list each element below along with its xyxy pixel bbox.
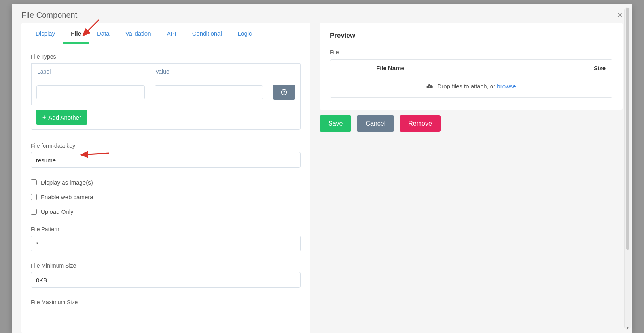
plus-icon: + [42, 114, 46, 121]
modal-scrollbar[interactable]: ▲ ▼ [624, 7, 631, 330]
file-type-help-button[interactable] [273, 85, 295, 100]
settings-panel: Display File Data Validation API Conditi… [21, 23, 310, 333]
tab-validation[interactable]: Validation [117, 23, 159, 44]
display-as-images-checkbox[interactable] [31, 179, 37, 185]
scroll-down-icon[interactable]: ▼ [625, 324, 631, 331]
preview-actions: Save Cancel Remove [320, 115, 623, 132]
preview-card: Preview File File Name Size Drop files t… [320, 23, 623, 110]
cloud-upload-icon [426, 83, 433, 91]
preview-file-label: File [330, 49, 612, 55]
col-header-label: Label [32, 64, 150, 80]
upload-only-label: Upload Only [41, 208, 74, 215]
add-another-label: Add Another [48, 114, 81, 121]
file-min-size-input[interactable] [31, 272, 301, 288]
save-button[interactable]: Save [320, 115, 351, 132]
remove-button[interactable]: Remove [400, 115, 441, 132]
col-header-actions [268, 64, 300, 80]
file-pattern-label: File Pattern [31, 226, 301, 232]
file-drop-header: File Name Size [330, 60, 612, 76]
preview-panel-wrap: Preview File File Name Size Drop files t… [320, 23, 623, 333]
modal-header: File Component × [12, 4, 632, 23]
question-circle-icon [280, 89, 288, 96]
col-file-name: File Name [360, 65, 558, 71]
tab-logic[interactable]: Logic [230, 23, 260, 44]
file-types-table: Label Value [31, 63, 300, 105]
col-size: Size [558, 65, 606, 71]
settings-tabs: Display File Data Validation API Conditi… [21, 23, 310, 44]
file-types-table-wrap: Label Value [31, 63, 301, 130]
tab-file-content: File Types Label Value [21, 44, 310, 333]
add-another-button[interactable]: + Add Another [36, 110, 87, 125]
modal-body: Display File Data Validation API Conditi… [12, 23, 632, 333]
file-pattern-input[interactable] [31, 236, 301, 251]
dropzone[interactable]: Drop files to attach, or browse [330, 76, 612, 98]
enable-web-camera-label: Enable web camera [41, 194, 93, 200]
tab-data[interactable]: Data [89, 23, 117, 44]
svg-point-1 [284, 93, 284, 94]
close-button[interactable]: × [617, 10, 623, 20]
tab-display[interactable]: Display [28, 23, 63, 44]
tab-conditional[interactable]: Conditional [184, 23, 230, 44]
upload-only-checkbox[interactable] [31, 209, 37, 215]
table-row [32, 80, 300, 105]
file-form-data-key-label: File form-data key [31, 143, 301, 149]
scrollbar-thumb[interactable] [626, 8, 629, 250]
file-types-label: File Types [31, 53, 301, 60]
file-type-value-input[interactable] [155, 85, 263, 99]
modal-title: File Component [21, 11, 77, 20]
tab-api[interactable]: API [159, 23, 184, 44]
display-as-images-row: Display as image(s) [31, 179, 301, 186]
file-min-size-label: File Minimum Size [31, 263, 301, 269]
display-as-images-label: Display as image(s) [41, 179, 93, 186]
enable-web-camera-checkbox[interactable] [31, 194, 37, 200]
col-header-value: Value [150, 64, 268, 80]
enable-web-camera-row: Enable web camera [31, 194, 301, 200]
preview-heading: Preview [330, 32, 612, 40]
add-another-row: + Add Another [31, 105, 300, 129]
file-form-data-key-input[interactable] [31, 152, 301, 168]
upload-only-row: Upload Only [31, 208, 301, 215]
file-component-modal: File Component × Display File Data Valid… [12, 4, 632, 333]
drop-text: Drop files to attach, or [437, 83, 497, 89]
file-drop-area: File Name Size Drop files to attach, or … [330, 59, 612, 98]
table-row: Label Value [32, 64, 300, 80]
tab-file[interactable]: File [63, 23, 89, 44]
file-type-label-input[interactable] [36, 85, 145, 99]
browse-link[interactable]: browse [497, 83, 516, 89]
cancel-button[interactable]: Cancel [357, 115, 394, 132]
file-max-size-label: File Maximum Size [31, 299, 301, 305]
